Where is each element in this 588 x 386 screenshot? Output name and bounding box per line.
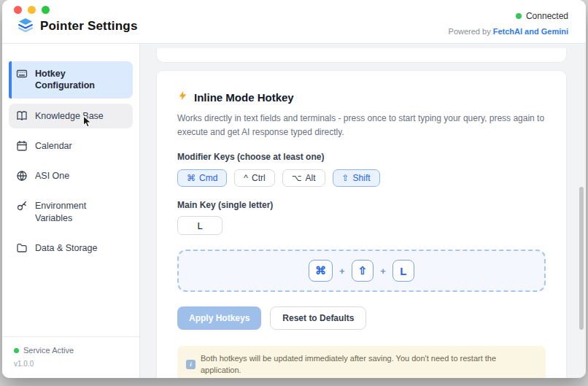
- main-key-input[interactable]: [177, 216, 223, 235]
- vertical-scrollbar[interactable]: [579, 187, 584, 330]
- service-active-dot-icon: [14, 348, 19, 353]
- folder-icon: [16, 242, 28, 254]
- titlebar: Pointer Settings Connected Powered by Fe…: [2, 0, 586, 44]
- preview-cmd-keycap: ⌘: [309, 260, 333, 282]
- close-window-button[interactable]: [14, 6, 22, 14]
- sidebar-item-label: Data & Storage: [35, 242, 97, 254]
- ctrl-symbol: ^: [244, 173, 248, 183]
- traffic-lights: [12, 6, 138, 14]
- sidebar-item-calendar[interactable]: Calendar: [9, 134, 133, 158]
- service-status: Service Active: [14, 346, 128, 355]
- modifier-key-group: ⌘ Cmd ^ Ctrl ⌥ Alt ⇧ Shift: [177, 169, 546, 187]
- page-title: Pointer Settings: [40, 19, 138, 34]
- preview-letter-keycap: L: [392, 260, 414, 282]
- reset-defaults-button[interactable]: Reset to Defaults: [270, 306, 366, 330]
- cmd-label: Cmd: [199, 173, 217, 183]
- connection-status: Connected: [516, 11, 568, 21]
- sidebar-item-knowledge-base[interactable]: Knowledge Base: [9, 104, 133, 128]
- sidebar-item-label: ASI One: [35, 170, 69, 182]
- ctrl-label: Ctrl: [252, 173, 266, 183]
- main-content: Inline Mode Hotkey Works directly in tex…: [140, 44, 586, 378]
- alt-symbol: ⌥: [292, 173, 302, 183]
- powered-by: Powered by FetchAI and Gemini: [449, 27, 568, 36]
- lightning-icon: [177, 90, 188, 104]
- powered-by-link[interactable]: FetchAI and Gemini: [493, 27, 568, 36]
- sidebar-item-label: Hotkey Configuration: [35, 68, 125, 92]
- app-logo-icon: [17, 16, 34, 36]
- sidebar-item-label: Calendar: [35, 140, 72, 152]
- book-icon: [16, 110, 28, 122]
- info-banner-text: Both hotkeys will be updated immediately…: [201, 353, 537, 376]
- zoom-window-button[interactable]: [42, 6, 50, 14]
- service-status-label: Service Active: [23, 346, 74, 355]
- info-icon: i: [186, 360, 196, 369]
- plus-separator: +: [380, 266, 386, 277]
- sidebar-item-asi-one[interactable]: ASI One: [9, 163, 133, 188]
- sidebar-footer: Service Active v1.0.0: [2, 336, 139, 378]
- section-description: Works directly in text fields and termin…: [177, 112, 546, 139]
- sidebar-item-environment-variables[interactable]: Environment Variables: [9, 193, 133, 231]
- modifier-ctrl-button[interactable]: ^ Ctrl: [234, 169, 274, 187]
- modifier-cmd-button[interactable]: ⌘ Cmd: [177, 169, 227, 187]
- globe-icon: [16, 170, 28, 182]
- inline-mode-hotkey-card: Inline Mode Hotkey Works directly in tex…: [156, 70, 567, 378]
- shift-label: Shift: [353, 173, 371, 183]
- modifier-keys-label: Modifier Keys (choose at least one): [177, 152, 546, 162]
- calendar-icon: [16, 140, 28, 152]
- powered-by-text: Powered by: [449, 27, 491, 36]
- modifier-alt-button[interactable]: ⌥ Alt: [282, 169, 325, 187]
- previous-card-partial: [156, 48, 567, 63]
- sidebar-nav: Hotkey Configuration Knowledge Base: [2, 44, 139, 336]
- apply-hotkeys-button[interactable]: Apply Hotkeys: [177, 306, 261, 330]
- sidebar-item-label: Environment Variables: [35, 200, 125, 224]
- connection-status-label: Connected: [526, 11, 568, 21]
- sidebar: Hotkey Configuration Knowledge Base: [2, 44, 140, 378]
- minimize-window-button[interactable]: [28, 6, 36, 14]
- connected-dot-icon: [516, 13, 522, 19]
- app-version: v1.0.0: [14, 360, 128, 368]
- cmd-symbol: ⌘: [187, 173, 196, 183]
- app-window: Pointer Settings Connected Powered by Fe…: [2, 0, 586, 378]
- sidebar-item-hotkey-configuration[interactable]: Hotkey Configuration: [9, 61, 133, 99]
- section-title: Inline Mode Hotkey: [194, 91, 294, 104]
- modifier-shift-button[interactable]: ⇧ Shift: [333, 169, 380, 187]
- key-icon: [16, 200, 28, 212]
- hotkey-preview-box: ⌘ + ⇧ + L: [177, 250, 546, 292]
- info-banner: i Both hotkeys will be updated immediate…: [177, 346, 546, 378]
- main-key-label: Main Key (single letter): [177, 200, 546, 210]
- plus-separator: +: [339, 266, 345, 277]
- sidebar-item-data-storage[interactable]: Data & Storage: [9, 236, 133, 260]
- sidebar-item-label: Knowledge Base: [35, 110, 104, 122]
- alt-label: Alt: [305, 173, 315, 183]
- shift-symbol: ⇧: [342, 173, 349, 183]
- preview-shift-keycap: ⇧: [352, 260, 374, 282]
- keyboard-icon: [16, 68, 28, 80]
